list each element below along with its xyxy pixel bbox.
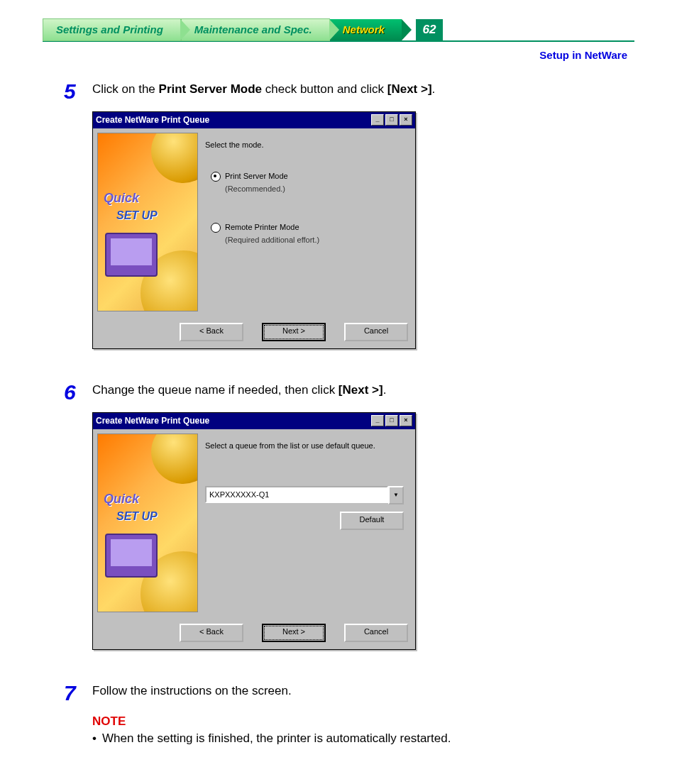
close-icon[interactable]: ×	[400, 114, 412, 126]
maximize-icon[interactable]: □	[385, 114, 398, 126]
dialog-title: Create NetWare Print Queue	[96, 415, 370, 427]
wizard-sidebar-image: QuickSET UP	[97, 133, 198, 311]
radio-print-server-mode[interactable]	[211, 172, 221, 182]
note-heading: NOTE	[92, 713, 634, 731]
default-button[interactable]: Default	[340, 512, 404, 530]
next-button[interactable]: Next >	[262, 323, 326, 341]
back-button[interactable]: < Back	[180, 323, 243, 341]
radio-remote-printer-mode[interactable]	[211, 223, 221, 233]
dialog-select-mode: Create NetWare Print Queue _ □ × QuickSE…	[92, 111, 416, 349]
queue-prompt: Select a queue from the list or use defa…	[205, 441, 404, 452]
maximize-icon[interactable]: □	[385, 415, 398, 426]
minimize-icon[interactable]: _	[371, 114, 384, 126]
step-number-5: 5	[64, 81, 92, 362]
page-number: 62	[416, 19, 443, 40]
note-bullet: • When the setting is finished, the prin…	[92, 730, 634, 748]
tab-network[interactable]: Network	[330, 19, 402, 40]
cancel-button[interactable]: Cancel	[344, 323, 408, 341]
tab-bar: Settings and Printing Maintenance and Sp…	[0, 0, 677, 41]
section-subhead: Setup in NetWare	[0, 42, 677, 61]
wizard-sidebar-image: QuickSET UP	[97, 434, 198, 612]
step-number-7: 7	[64, 683, 92, 748]
queue-name-input[interactable]	[205, 486, 388, 503]
dropdown-icon[interactable]: ▼	[388, 486, 404, 504]
step-7-body: Follow the instructions on the screen. N…	[92, 683, 634, 748]
next-button[interactable]: Next >	[262, 624, 326, 642]
cancel-button[interactable]: Cancel	[344, 624, 408, 642]
dialog-title: Create NetWare Print Queue	[96, 114, 370, 126]
step-5-body: Click on the Print Server Mode check but…	[92, 81, 634, 362]
dialog-titlebar: Create NetWare Print Queue _ □ ×	[93, 112, 415, 128]
step-6-body: Change the queue name if needed, then cl…	[92, 382, 634, 663]
close-icon[interactable]: ×	[400, 415, 412, 426]
dialog-titlebar: Create NetWare Print Queue _ □ ×	[93, 413, 415, 429]
mode-prompt: Select the mode.	[205, 140, 404, 151]
dialog-select-queue: Create NetWare Print Queue _ □ × QuickSE…	[92, 412, 416, 650]
step-number-6: 6	[64, 382, 92, 663]
tab-maintenance[interactable]: Maintenance and Spec.	[181, 18, 330, 41]
back-button[interactable]: < Back	[180, 624, 243, 642]
minimize-icon[interactable]: _	[371, 415, 384, 426]
tab-settings[interactable]: Settings and Printing	[43, 18, 181, 41]
